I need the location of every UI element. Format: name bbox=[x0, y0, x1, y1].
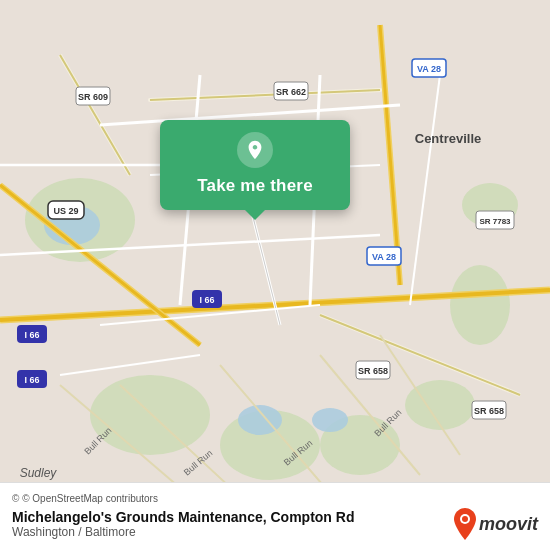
attribution-text: © OpenStreetMap contributors bbox=[22, 493, 158, 504]
svg-text:I 66: I 66 bbox=[199, 295, 214, 305]
svg-text:I 66: I 66 bbox=[24, 375, 39, 385]
svg-text:SR 662: SR 662 bbox=[276, 87, 306, 97]
svg-text:VA 28: VA 28 bbox=[417, 64, 441, 74]
map-roads: SR 609 SR 662 VA 28 Centreville SR 7783 … bbox=[0, 0, 550, 550]
location-info: Michelangelo's Grounds Maintenance, Comp… bbox=[12, 508, 538, 540]
location-sub: Washington / Baltimore bbox=[12, 525, 454, 539]
svg-point-69 bbox=[462, 516, 468, 522]
bottom-bar: © © OpenStreetMap contributors Michelang… bbox=[0, 482, 550, 550]
moovit-pin-icon bbox=[454, 508, 476, 540]
svg-text:SR 658: SR 658 bbox=[474, 406, 504, 416]
location-pin-icon bbox=[237, 132, 273, 168]
location-text: Michelangelo's Grounds Maintenance, Comp… bbox=[12, 509, 454, 539]
svg-text:Centreville: Centreville bbox=[415, 131, 481, 146]
copyright-symbol: © bbox=[12, 493, 19, 504]
svg-text:US 29: US 29 bbox=[53, 206, 78, 216]
svg-point-2 bbox=[90, 375, 210, 455]
svg-text:SR 609: SR 609 bbox=[78, 92, 108, 102]
svg-text:SR 658: SR 658 bbox=[358, 366, 388, 376]
moovit-text: moovit bbox=[479, 514, 538, 535]
svg-text:I 66: I 66 bbox=[24, 330, 39, 340]
take-me-there-label: Take me there bbox=[197, 176, 313, 196]
svg-text:VA 28: VA 28 bbox=[372, 252, 396, 262]
location-name: Michelangelo's Grounds Maintenance, Comp… bbox=[12, 509, 454, 525]
moovit-logo: moovit bbox=[454, 508, 538, 540]
svg-text:Sudley: Sudley bbox=[20, 466, 58, 480]
take-me-there-popup[interactable]: Take me there bbox=[160, 120, 350, 210]
map-container: SR 609 SR 662 VA 28 Centreville SR 7783 … bbox=[0, 0, 550, 550]
svg-point-10 bbox=[312, 408, 348, 432]
attribution: © © OpenStreetMap contributors bbox=[12, 493, 538, 504]
svg-text:SR 7783: SR 7783 bbox=[479, 217, 511, 226]
svg-point-6 bbox=[450, 265, 510, 345]
